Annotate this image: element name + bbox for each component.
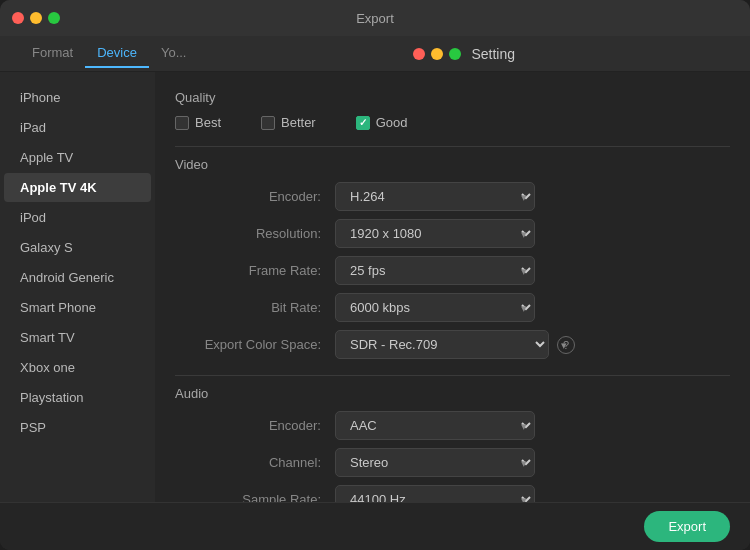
divider-video-audio [175, 375, 730, 376]
video-resolution-select[interactable]: 1920 x 1080 1280 x 720 3840 x 2160 [335, 219, 535, 248]
tab-format[interactable]: Format [20, 39, 85, 68]
setting-max-icon[interactable] [449, 48, 461, 60]
video-colorspace-select[interactable]: SDR - Rec.709 HDR - Rec.2020 [335, 330, 549, 359]
setting-area: Setting [198, 46, 730, 62]
audio-form: Encoder: AAC MP3 FLAC Channel: [175, 411, 730, 502]
video-bitrate-select[interactable]: 6000 kbps 4000 kbps 8000 kbps [335, 293, 535, 322]
setting-min-icon[interactable] [431, 48, 443, 60]
top-tabs: Format Device Yo... Setting [0, 36, 750, 72]
quality-better-checkbox[interactable] [261, 116, 275, 130]
settings-panel: Quality Best Better Good [155, 72, 750, 502]
video-colorspace-select-wrapper: SDR - Rec.709 HDR - Rec.2020 ? [335, 330, 575, 359]
sidebar-item-ipod[interactable]: iPod [4, 203, 151, 232]
export-button[interactable]: Export [644, 511, 730, 542]
video-framerate-row: Frame Rate: 25 fps 30 fps 24 fps 60 fps [175, 256, 730, 285]
divider-quality-video [175, 146, 730, 147]
setting-label: Setting [471, 46, 515, 62]
body-area: iPhone iPad Apple TV Apple TV 4K iPod Ga… [0, 72, 750, 502]
audio-channel-select[interactable]: Stereo Mono 5.1 [335, 448, 535, 477]
audio-channel-label: Channel: [175, 455, 335, 470]
sidebar-item-iphone[interactable]: iPhone [4, 83, 151, 112]
quality-best[interactable]: Best [175, 115, 221, 130]
close-button[interactable] [12, 12, 24, 24]
audio-encoder-select-wrapper: AAC MP3 FLAC [335, 411, 535, 440]
sidebar-item-appletv4k[interactable]: Apple TV 4K [4, 173, 151, 202]
audio-encoder-label: Encoder: [175, 418, 335, 433]
quality-row: Best Better Good [175, 115, 730, 130]
sidebar: iPhone iPad Apple TV Apple TV 4K iPod Ga… [0, 72, 155, 502]
bottom-bar: Export [0, 502, 750, 550]
sidebar-item-psp[interactable]: PSP [4, 413, 151, 442]
sidebar-item-smartphone[interactable]: Smart Phone [4, 293, 151, 322]
video-colorspace-row: Export Color Space: SDR - Rec.709 HDR - … [175, 330, 730, 359]
audio-samplerate-label: Sample Rate: [175, 492, 335, 502]
audio-section-title: Audio [175, 386, 730, 401]
video-form: Encoder: H.264 H.265 MPEG-4 Resolution: [175, 182, 730, 359]
audio-samplerate-select-wrapper: 44100 Hz 48000 Hz 22050 Hz [335, 485, 535, 502]
audio-encoder-select[interactable]: AAC MP3 FLAC [335, 411, 535, 440]
tab-yo[interactable]: Yo... [149, 39, 199, 68]
video-framerate-select[interactable]: 25 fps 30 fps 24 fps 60 fps [335, 256, 535, 285]
sidebar-item-galaxys[interactable]: Galaxy S [4, 233, 151, 262]
video-encoder-select-wrapper: H.264 H.265 MPEG-4 [335, 182, 535, 211]
main-content: Format Device Yo... Setting iPhone iPad … [0, 36, 750, 550]
quality-section-title: Quality [175, 90, 730, 105]
audio-samplerate-row: Sample Rate: 44100 Hz 48000 Hz 22050 Hz [175, 485, 730, 502]
video-resolution-select-wrapper: 1920 x 1080 1280 x 720 3840 x 2160 [335, 219, 535, 248]
video-framerate-select-wrapper: 25 fps 30 fps 24 fps 60 fps [335, 256, 535, 285]
video-encoder-row: Encoder: H.264 H.265 MPEG-4 [175, 182, 730, 211]
quality-good-checkbox[interactable] [356, 116, 370, 130]
quality-best-checkbox[interactable] [175, 116, 189, 130]
quality-better-label: Better [281, 115, 316, 130]
sidebar-item-appletv[interactable]: Apple TV [4, 143, 151, 172]
video-framerate-label: Frame Rate: [175, 263, 335, 278]
setting-close-icon[interactable] [413, 48, 425, 60]
video-colorspace-label: Export Color Space: [175, 337, 335, 352]
video-bitrate-select-wrapper: 6000 kbps 4000 kbps 8000 kbps [335, 293, 535, 322]
sidebar-item-androidgeneric[interactable]: Android Generic [4, 263, 151, 292]
video-bitrate-row: Bit Rate: 6000 kbps 4000 kbps 8000 kbps [175, 293, 730, 322]
maximize-button[interactable] [48, 12, 60, 24]
audio-channel-row: Channel: Stereo Mono 5.1 [175, 448, 730, 477]
video-resolution-label: Resolution: [175, 226, 335, 241]
tab-device[interactable]: Device [85, 39, 149, 68]
quality-best-label: Best [195, 115, 221, 130]
quality-better[interactable]: Better [261, 115, 316, 130]
audio-encoder-row: Encoder: AAC MP3 FLAC [175, 411, 730, 440]
audio-channel-select-wrapper: Stereo Mono 5.1 [335, 448, 535, 477]
video-section-title: Video [175, 157, 730, 172]
title-bar: Export [0, 0, 750, 36]
app-window: Export Format Device Yo... Setting iPhon… [0, 0, 750, 550]
audio-samplerate-select[interactable]: 44100 Hz 48000 Hz 22050 Hz [335, 485, 535, 502]
sidebar-item-xboxone[interactable]: Xbox one [4, 353, 151, 382]
setting-traffic-lights [413, 48, 461, 60]
quality-good[interactable]: Good [356, 115, 408, 130]
video-encoder-select[interactable]: H.264 H.265 MPEG-4 [335, 182, 535, 211]
minimize-button[interactable] [30, 12, 42, 24]
window-title: Export [356, 11, 394, 26]
video-bitrate-label: Bit Rate: [175, 300, 335, 315]
video-resolution-row: Resolution: 1920 x 1080 1280 x 720 3840 … [175, 219, 730, 248]
sidebar-item-smarttv[interactable]: Smart TV [4, 323, 151, 352]
sidebar-item-playstation[interactable]: Playstation [4, 383, 151, 412]
quality-good-label: Good [376, 115, 408, 130]
window-controls [12, 12, 60, 24]
video-encoder-label: Encoder: [175, 189, 335, 204]
sidebar-item-ipad[interactable]: iPad [4, 113, 151, 142]
colorspace-info-icon[interactable]: ? [557, 336, 575, 354]
